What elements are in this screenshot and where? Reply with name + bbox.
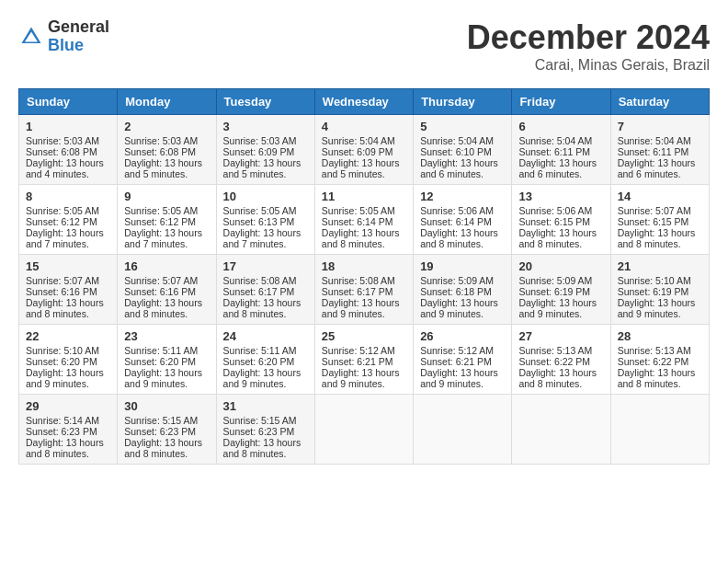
daylight-text: Daylight: 13 hours and 8 minutes. [223, 297, 301, 319]
daylight-text: Daylight: 13 hours and 7 minutes. [124, 227, 202, 249]
daylight-text: Daylight: 13 hours and 4 minutes. [26, 157, 104, 179]
sunset-text: Sunset: 6:22 PM [518, 356, 590, 367]
sunset-text: Sunset: 6:23 PM [223, 426, 295, 437]
daylight-text: Daylight: 13 hours and 9 minutes. [618, 297, 696, 319]
daylight-text: Daylight: 13 hours and 9 minutes. [124, 367, 202, 389]
calendar-cell: 11Sunrise: 5:05 AMSunset: 6:14 PMDayligh… [314, 185, 413, 255]
logo-icon [18, 24, 44, 50]
header-cell-tuesday: Tuesday [216, 89, 314, 115]
calendar-cell: 19Sunrise: 5:09 AMSunset: 6:18 PMDayligh… [414, 255, 512, 325]
daylight-text: Daylight: 13 hours and 5 minutes. [223, 157, 301, 179]
calendar-cell: 27Sunrise: 5:13 AMSunset: 6:22 PMDayligh… [512, 325, 610, 395]
calendar-cell [314, 395, 413, 465]
sunset-text: Sunset: 6:14 PM [420, 216, 492, 227]
daylight-text: Daylight: 13 hours and 8 minutes. [223, 437, 301, 459]
sunrise-text: Sunrise: 5:05 AM [223, 205, 297, 216]
day-number: 23 [124, 329, 209, 343]
sunrise-text: Sunrise: 5:03 AM [26, 135, 99, 146]
sunset-text: Sunset: 6:21 PM [322, 356, 393, 367]
daylight-text: Daylight: 13 hours and 8 minutes. [518, 367, 597, 389]
sunset-text: Sunset: 6:08 PM [26, 146, 97, 157]
sunset-text: Sunset: 6:23 PM [26, 426, 97, 437]
sunrise-text: Sunrise: 5:04 AM [420, 135, 494, 146]
sunset-text: Sunset: 6:16 PM [26, 286, 97, 297]
daylight-text: Daylight: 13 hours and 6 minutes. [618, 157, 696, 179]
daylight-text: Daylight: 13 hours and 5 minutes. [322, 157, 400, 179]
day-number: 3 [223, 120, 308, 133]
day-number: 31 [223, 399, 308, 413]
calendar-week-4: 22Sunrise: 5:10 AMSunset: 6:20 PMDayligh… [19, 325, 710, 395]
sunset-text: Sunset: 6:12 PM [26, 216, 97, 227]
daylight-text: Daylight: 13 hours and 9 minutes. [322, 297, 400, 319]
day-number: 19 [420, 259, 505, 273]
logo-text: General Blue [48, 18, 109, 55]
logo: General Blue [18, 18, 109, 55]
sunset-text: Sunset: 6:20 PM [26, 356, 97, 367]
calendar-cell: 16Sunrise: 5:07 AMSunset: 6:16 PMDayligh… [118, 255, 216, 325]
sunrise-text: Sunrise: 5:04 AM [322, 135, 395, 146]
calendar-cell [610, 395, 709, 465]
sunrise-text: Sunrise: 5:13 AM [618, 345, 691, 356]
daylight-text: Daylight: 13 hours and 8 minutes. [26, 437, 104, 459]
daylight-text: Daylight: 13 hours and 8 minutes. [618, 227, 696, 249]
day-number: 20 [518, 259, 603, 273]
day-number: 8 [26, 190, 110, 203]
calendar-cell: 7Sunrise: 5:04 AMSunset: 6:11 PMDaylight… [610, 115, 709, 185]
sunset-text: Sunset: 6:23 PM [124, 426, 196, 437]
daylight-text: Daylight: 13 hours and 8 minutes. [124, 297, 202, 319]
daylight-text: Daylight: 13 hours and 9 minutes. [518, 297, 597, 319]
sunrise-text: Sunrise: 5:07 AM [26, 275, 99, 286]
day-number: 17 [223, 259, 308, 273]
day-number: 13 [518, 190, 603, 203]
calendar-cell: 29Sunrise: 5:14 AMSunset: 6:23 PMDayligh… [19, 395, 118, 465]
daylight-text: Daylight: 13 hours and 8 minutes. [420, 227, 498, 249]
sunrise-text: Sunrise: 5:05 AM [26, 205, 99, 216]
sunrise-text: Sunrise: 5:15 AM [124, 415, 198, 426]
calendar-cell: 12Sunrise: 5:06 AMSunset: 6:14 PMDayligh… [414, 185, 512, 255]
day-number: 7 [618, 120, 702, 133]
sunset-text: Sunset: 6:15 PM [618, 216, 689, 227]
day-number: 10 [223, 190, 308, 203]
calendar-cell: 13Sunrise: 5:06 AMSunset: 6:15 PMDayligh… [512, 185, 610, 255]
sunset-text: Sunset: 6:17 PM [322, 286, 393, 297]
daylight-text: Daylight: 13 hours and 8 minutes. [26, 297, 104, 319]
sunset-text: Sunset: 6:19 PM [618, 286, 689, 297]
daylight-text: Daylight: 13 hours and 7 minutes. [26, 227, 104, 249]
sunset-text: Sunset: 6:22 PM [618, 356, 689, 367]
title-block: December 2024 Carai, Minas Gerais, Brazi… [467, 18, 710, 74]
calendar-week-3: 15Sunrise: 5:07 AMSunset: 6:16 PMDayligh… [19, 255, 710, 325]
day-number: 29 [26, 399, 110, 413]
day-number: 4 [322, 120, 406, 133]
calendar-table: SundayMondayTuesdayWednesdayThursdayFrid… [18, 88, 710, 465]
sunrise-text: Sunrise: 5:03 AM [124, 135, 198, 146]
daylight-text: Daylight: 13 hours and 9 minutes. [223, 367, 301, 389]
calendar-cell: 22Sunrise: 5:10 AMSunset: 6:20 PMDayligh… [19, 325, 118, 395]
sunset-text: Sunset: 6:21 PM [420, 356, 492, 367]
sunrise-text: Sunrise: 5:03 AM [223, 135, 297, 146]
calendar-body: 1Sunrise: 5:03 AMSunset: 6:08 PMDaylight… [19, 115, 710, 465]
sunrise-text: Sunrise: 5:13 AM [518, 345, 592, 356]
daylight-text: Daylight: 13 hours and 6 minutes. [420, 157, 498, 179]
day-number: 9 [124, 190, 209, 203]
calendar-cell: 28Sunrise: 5:13 AMSunset: 6:22 PMDayligh… [610, 325, 709, 395]
sunset-text: Sunset: 6:17 PM [223, 286, 295, 297]
day-number: 16 [124, 259, 209, 273]
header-cell-thursday: Thursday [414, 89, 512, 115]
calendar-week-1: 1Sunrise: 5:03 AMSunset: 6:08 PMDaylight… [19, 115, 710, 185]
daylight-text: Daylight: 13 hours and 9 minutes. [26, 367, 104, 389]
day-number: 5 [420, 120, 505, 133]
calendar-cell: 21Sunrise: 5:10 AMSunset: 6:19 PMDayligh… [610, 255, 709, 325]
calendar-cell: 6Sunrise: 5:04 AMSunset: 6:11 PMDaylight… [512, 115, 610, 185]
daylight-text: Daylight: 13 hours and 8 minutes. [618, 367, 696, 389]
day-number: 11 [322, 190, 406, 203]
calendar-cell: 14Sunrise: 5:07 AMSunset: 6:15 PMDayligh… [610, 185, 709, 255]
calendar-cell: 20Sunrise: 5:09 AMSunset: 6:19 PMDayligh… [512, 255, 610, 325]
sunset-text: Sunset: 6:20 PM [223, 356, 295, 367]
sunrise-text: Sunrise: 5:11 AM [223, 345, 297, 356]
sunrise-text: Sunrise: 5:15 AM [223, 415, 297, 426]
sunset-text: Sunset: 6:19 PM [518, 286, 590, 297]
daylight-text: Daylight: 13 hours and 8 minutes. [124, 437, 202, 459]
day-number: 12 [420, 190, 505, 203]
header-cell-sunday: Sunday [19, 89, 118, 115]
calendar-week-2: 8Sunrise: 5:05 AMSunset: 6:12 PMDaylight… [19, 185, 710, 255]
